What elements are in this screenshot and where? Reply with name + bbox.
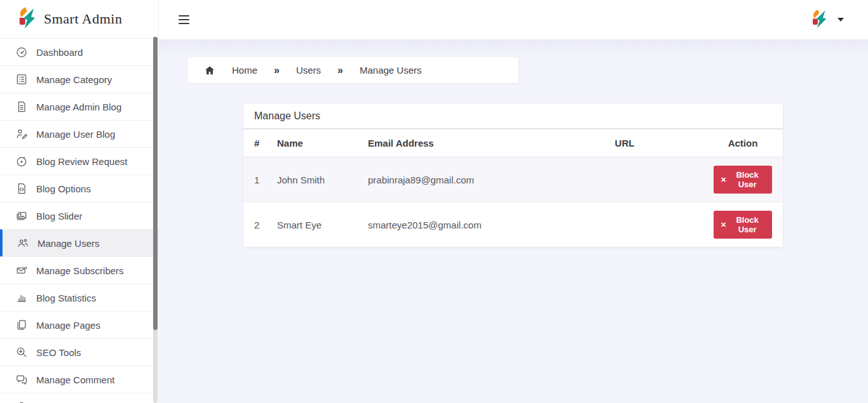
- sidebar-item-manage-pages[interactable]: Manage Pages: [0, 311, 158, 338]
- sidebar-item-trash[interactable]: [0, 393, 158, 403]
- sidebar-item-label: Manage Users: [37, 238, 100, 249]
- search-zoom-icon: [15, 346, 28, 359]
- sidebar-item-blog-slider[interactable]: Blog Slider: [0, 202, 158, 229]
- sidebar-item-blog-options[interactable]: Blog Options: [0, 175, 158, 202]
- sidebar-item-manage-category[interactable]: Manage Category: [0, 65, 158, 93]
- sidebar-item-manage-subscribers[interactable]: Manage Subscribers: [0, 256, 158, 284]
- breadcrumb-separator: »: [337, 65, 343, 76]
- table-row: 2Smart Eyesmarteye2015@gmail.com✕Block U…: [243, 202, 783, 248]
- sidebar-item-label: Dashboard: [36, 47, 83, 58]
- block-user-label: Block User: [729, 170, 765, 189]
- x-icon: ✕: [721, 176, 726, 183]
- menu-toggle-button[interactable]: [179, 13, 190, 27]
- profile-dropdown[interactable]: [810, 8, 844, 32]
- sidebar-item-label: Manage Comment: [36, 374, 114, 385]
- row-number: 2: [243, 202, 266, 248]
- block-user-label: Block User: [729, 215, 765, 234]
- sidebar-scrollbar-track[interactable]: [153, 37, 158, 403]
- sidebar-item-dashboard[interactable]: Dashboard: [0, 38, 158, 65]
- image-slider-icon: [15, 209, 28, 222]
- breadcrumb-item-users[interactable]: Users: [296, 65, 321, 76]
- user-name: John Smith: [266, 157, 357, 202]
- content-area: Home»Users»Manage Users Manage Users #Na…: [159, 39, 868, 403]
- action-cell: ✕Block User: [703, 157, 783, 202]
- breadcrumb: Home»Users»Manage Users: [187, 57, 519, 83]
- column-header-email-address: Email Address: [357, 129, 546, 157]
- trash-icon: [15, 400, 28, 403]
- sidebar-menu: DashboardManage CategoryManage Admin Blo…: [0, 38, 158, 403]
- sidebar-item-label: Blog Options: [36, 183, 91, 194]
- action-cell: ✕Block User: [703, 202, 783, 248]
- x-icon: ✕: [721, 221, 726, 228]
- envelope-icon: [15, 264, 28, 277]
- column-header-action: Action: [703, 129, 783, 157]
- block-user-button[interactable]: ✕Block User: [714, 211, 772, 239]
- sidebar: Smart Admin DashboardManage CategoryMana…: [0, 0, 159, 403]
- user-url: [546, 157, 703, 202]
- column-header-: #: [243, 129, 266, 157]
- sidebar-item-label: Blog Statistics: [36, 293, 96, 303]
- caret-down-icon: [837, 18, 844, 22]
- row-number: 1: [243, 157, 266, 202]
- sidebar-scrollbar-thumb[interactable]: [153, 37, 158, 330]
- bar-chart-icon: [15, 291, 28, 304]
- column-header-url: URL: [546, 129, 703, 157]
- smart-admin-logo-icon: [810, 8, 827, 32]
- document-code-icon: [15, 182, 28, 195]
- sidebar-item-label: Blog Review Request: [36, 156, 127, 167]
- topbar: [159, 0, 868, 39]
- users-group-icon: [17, 237, 29, 249]
- sidebar-item-manage-user-blog[interactable]: Manage User Blog: [0, 120, 158, 147]
- user-edit-icon: [15, 128, 28, 140]
- brand-name: Smart Admin: [44, 11, 122, 27]
- sidebar-item-label: Manage Category: [36, 74, 112, 85]
- user-email: prabinraja89@gmail.com: [357, 157, 546, 202]
- smart-admin-logo-icon: [16, 6, 36, 32]
- sidebar-item-label: Blog Slider: [36, 211, 83, 221]
- breadcrumb-item-home[interactable]: Home: [232, 65, 257, 76]
- stopwatch-icon: [15, 155, 28, 168]
- brand-link[interactable]: Smart Admin: [0, 0, 158, 38]
- sidebar-item-label: Manage User Blog: [36, 129, 115, 140]
- home-icon: [204, 65, 215, 76]
- sidebar-item-label: Manage Subscribers: [36, 265, 124, 276]
- breadcrumb-separator: »: [274, 65, 280, 76]
- comments-icon: [15, 373, 28, 386]
- pages-copy-icon: [15, 319, 28, 331]
- sidebar-item-label: Manage Admin Blog: [36, 102, 121, 112]
- category-list-icon: [15, 73, 28, 86]
- user-email: smarteye2015@gmail.com: [357, 202, 546, 248]
- sidebar-item-manage-comment[interactable]: Manage Comment: [0, 366, 158, 393]
- user-url: [546, 202, 703, 248]
- sidebar-item-manage-users[interactable]: Manage Users: [0, 229, 158, 256]
- document-icon: [15, 100, 28, 113]
- table-row: 1John Smithprabinraja89@gmail.com✕Block …: [243, 157, 783, 202]
- sidebar-item-blog-review-request[interactable]: Blog Review Request: [0, 147, 158, 175]
- sidebar-item-label: Manage Pages: [36, 320, 100, 331]
- column-header-name: Name: [266, 129, 357, 157]
- users-table: #NameEmail AddressURLAction 1John Smithp…: [243, 129, 783, 247]
- sidebar-item-label: SEO Tools: [36, 347, 81, 358]
- card-title: Manage Users: [243, 103, 783, 129]
- manage-users-card: Manage Users #NameEmail AddressURLAction…: [243, 103, 783, 247]
- sidebar-item-seo-tools[interactable]: SEO Tools: [0, 338, 158, 366]
- sidebar-item-blog-statistics[interactable]: Blog Statistics: [0, 284, 158, 311]
- sidebar-item-manage-admin-blog[interactable]: Manage Admin Blog: [0, 93, 158, 120]
- dashboard-icon: [15, 46, 28, 58]
- block-user-button[interactable]: ✕Block User: [714, 166, 772, 194]
- breadcrumb-item-manage-users: Manage Users: [360, 65, 422, 76]
- user-name: Smart Eye: [266, 202, 357, 248]
